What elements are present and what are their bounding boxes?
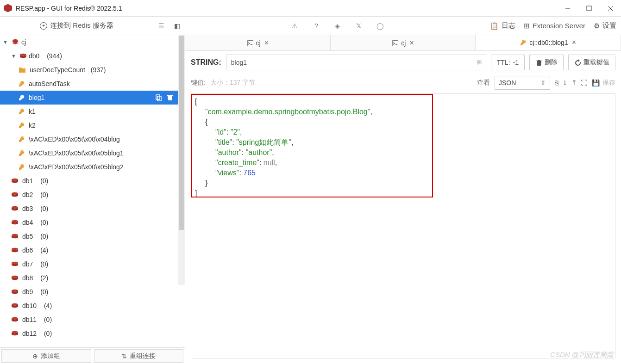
db-node[interactable]: db6 (4) bbox=[0, 243, 185, 257]
key-toolbar: STRING: blog1⎘ TTL:-1 删除 重载键值 bbox=[185, 51, 621, 74]
scroll-thumb[interactable] bbox=[179, 36, 184, 230]
format-select[interactable]: JSON⇕ bbox=[495, 76, 550, 90]
extension-icon: ⊞ bbox=[524, 22, 530, 30]
copy-icon[interactable] bbox=[155, 94, 163, 101]
key-icon bbox=[19, 80, 25, 87]
key-node[interactable]: \xAC\xED\x00\x05t\x00\x04blog bbox=[0, 132, 185, 146]
database-icon bbox=[11, 303, 19, 308]
tab-cj-2[interactable]: cj× bbox=[331, 35, 476, 50]
save-icon: 💾 bbox=[592, 79, 600, 86]
db-node[interactable]: db5 (0) bbox=[0, 229, 185, 243]
add-group-button[interactable]: ⊕添加组 bbox=[1, 349, 91, 363]
key-node-selected[interactable]: blog1 bbox=[0, 91, 185, 105]
clipboard-icon: 📋 bbox=[490, 22, 499, 30]
twitter-icon[interactable]: 𝕏 bbox=[355, 22, 363, 30]
maximize-button[interactable] bbox=[578, 0, 600, 17]
watermark: CSDN @玛丽莲茼蒿 bbox=[550, 351, 614, 359]
content-pane: cj× cj× cj::db0::blog1× STRING: blog1⎘ T… bbox=[185, 35, 621, 364]
db-node-db0[interactable]: ▼db0 (944) bbox=[0, 49, 185, 63]
type-label: STRING: bbox=[191, 58, 221, 67]
db-node[interactable]: db12 (0) bbox=[0, 327, 185, 340]
key-node[interactable]: k2 bbox=[0, 118, 185, 132]
tab-cj-1[interactable]: cj× bbox=[185, 35, 331, 50]
database-icon bbox=[11, 234, 19, 239]
reload-icon bbox=[574, 59, 581, 66]
db-node[interactable]: db11 (0) bbox=[0, 313, 185, 327]
close-icon[interactable]: × bbox=[572, 38, 576, 47]
window-title: RESP.app - GUI for Redis® 2022.5.1 bbox=[16, 5, 557, 12]
db-node[interactable]: db1 (0) bbox=[0, 174, 185, 188]
tab-blog1[interactable]: cj::db0::blog1× bbox=[476, 35, 621, 50]
export-icon[interactable]: ⤓ bbox=[562, 79, 568, 86]
titlebar: RESP.app - GUI for Redis® 2022.5.1 bbox=[0, 0, 621, 17]
copy-icon[interactable]: ⎘ bbox=[477, 59, 481, 66]
close-icon[interactable]: × bbox=[409, 39, 414, 47]
connection-node[interactable]: ▼cj bbox=[0, 35, 185, 49]
settings-button[interactable]: ⚙设置 bbox=[594, 21, 616, 30]
db-node[interactable]: db8 (2) bbox=[0, 271, 185, 285]
minimize-button[interactable] bbox=[557, 0, 578, 17]
key-icon bbox=[19, 136, 25, 142]
db-node[interactable]: db3 (0) bbox=[0, 202, 185, 216]
reload-button[interactable]: 重载键值 bbox=[568, 55, 615, 70]
db-node[interactable]: db4 (0) bbox=[0, 216, 185, 229]
app-logo-icon bbox=[4, 4, 12, 12]
database-icon bbox=[11, 261, 19, 267]
github-icon[interactable]: ◯ bbox=[376, 22, 384, 30]
collapse-panel-button[interactable]: ◧ bbox=[169, 17, 185, 35]
terminal-icon bbox=[392, 40, 398, 46]
help-icon[interactable]: ? bbox=[312, 22, 320, 30]
key-node[interactable]: \xAC\xED\x00\x05t\x00\x05blog2 bbox=[0, 160, 185, 174]
value-editor[interactable]: [ "com.example.demo.springbootmybatis.po… bbox=[191, 93, 615, 358]
key-icon bbox=[19, 122, 25, 129]
fullscreen-icon[interactable]: ⛶ bbox=[581, 79, 587, 86]
redis-icon bbox=[11, 38, 19, 46]
sidebar-scrollbar[interactable] bbox=[178, 35, 185, 285]
db-node[interactable]: db2 (0) bbox=[0, 188, 185, 202]
top-toolbar: + 连接到 Redis 服务器 ☰ ◧ ⚠ ? ◈ 𝕏 ◯ 📋日志 ⊞Exten… bbox=[0, 17, 621, 35]
value-toolbar: 键值: 大小：137 字节 查看 JSON⇕ ⎘ ⤓ ⤒ ⛶ 💾保存 bbox=[185, 74, 621, 93]
regroup-button[interactable]: ⇅重组连接 bbox=[94, 349, 184, 363]
size-hint: 大小：137 字节 bbox=[210, 79, 255, 87]
telegram-icon[interactable]: ◈ bbox=[333, 22, 342, 30]
db-node[interactable]: db10 (4) bbox=[0, 299, 185, 313]
save-button[interactable]: 💾保存 bbox=[592, 79, 615, 87]
key-name-input[interactable]: blog1⎘ bbox=[226, 55, 486, 70]
database-icon bbox=[11, 331, 19, 336]
db-node[interactable]: db7 (0) bbox=[0, 257, 185, 271]
warning-icon[interactable]: ⚠ bbox=[291, 22, 299, 30]
key-icon bbox=[19, 94, 25, 101]
extension-server-button[interactable]: ⊞Extension Server bbox=[524, 22, 585, 30]
chevron-updown-icon: ⇕ bbox=[540, 79, 546, 86]
trash-icon bbox=[535, 59, 542, 66]
key-icon bbox=[19, 164, 25, 170]
key-icon bbox=[19, 108, 25, 115]
gear-icon: ⚙ bbox=[594, 22, 600, 30]
delete-icon[interactable] bbox=[166, 94, 174, 101]
close-icon[interactable]: × bbox=[264, 39, 269, 47]
swap-icon: ⇅ bbox=[121, 352, 127, 360]
key-node[interactable]: k1 bbox=[0, 105, 185, 118]
list-view-button[interactable]: ☰ bbox=[153, 17, 169, 35]
key-node[interactable]: \xAC\xED\x00\x05t\x00\x05blog1 bbox=[0, 146, 185, 160]
database-icon bbox=[11, 247, 19, 253]
copy-value-icon[interactable]: ⎘ bbox=[555, 79, 558, 86]
import-icon[interactable]: ⤒ bbox=[571, 79, 577, 86]
ttl-button[interactable]: TTL:-1 bbox=[491, 55, 525, 70]
key-node[interactable]: autoSendTask bbox=[0, 77, 185, 91]
database-icon bbox=[19, 53, 27, 59]
key-tree: ▼cj ▼db0 (944) userDocTypeCount (937) au… bbox=[0, 35, 185, 347]
editor-tabs: cj× cj× cj::db0::blog1× bbox=[185, 35, 621, 51]
plus-icon: ⊕ bbox=[32, 352, 38, 360]
folder-node[interactable]: userDocTypeCount (937) bbox=[0, 63, 185, 77]
delete-button[interactable]: 删除 bbox=[529, 55, 564, 70]
log-button[interactable]: 📋日志 bbox=[490, 21, 515, 30]
db-node[interactable]: db9 (0) bbox=[0, 285, 185, 299]
connect-label: 连接到 Redis 服务器 bbox=[50, 21, 113, 30]
database-icon bbox=[11, 317, 19, 322]
close-button[interactable] bbox=[600, 0, 621, 17]
view-label: 查看 bbox=[477, 79, 490, 87]
connect-server-button[interactable]: + 连接到 Redis 服务器 bbox=[0, 17, 153, 35]
database-icon bbox=[11, 178, 19, 184]
key-icon bbox=[19, 150, 25, 156]
